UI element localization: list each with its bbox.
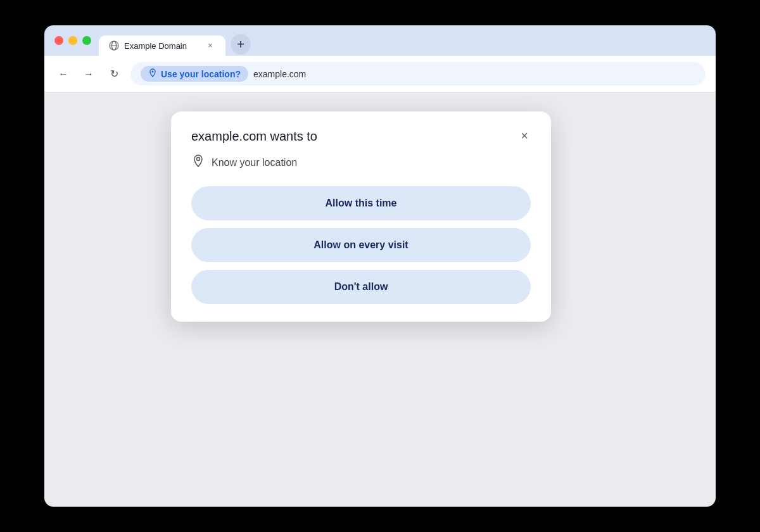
back-button[interactable]: ←: [54, 65, 72, 83]
permission-popup: example.com wants to × Know your locatio…: [171, 111, 551, 322]
deny-button[interactable]: Don't allow: [191, 270, 531, 304]
nav-bar: ← → ↻ Use your location? example.com: [44, 56, 716, 92]
location-pin-icon: [191, 154, 205, 171]
tab-title: Example Domain: [124, 41, 200, 51]
location-question-label: Use your location?: [161, 69, 241, 79]
tab-close-button[interactable]: ×: [205, 41, 215, 51]
popup-subtitle: Know your location: [191, 154, 531, 171]
svg-point-4: [197, 158, 200, 161]
traffic-lights: [54, 36, 91, 54]
browser-tab[interactable]: Example Domain ×: [99, 35, 225, 56]
popup-subtitle-text: Know your location: [212, 157, 297, 168]
location-permission-pill[interactable]: Use your location?: [141, 66, 248, 82]
new-tab-button[interactable]: +: [231, 34, 251, 54]
svg-point-3: [152, 71, 154, 73]
popup-header: example.com wants to ×: [191, 129, 531, 144]
popup-title: example.com wants to: [191, 129, 317, 144]
allow-once-button[interactable]: Allow this time: [191, 186, 531, 220]
minimize-traffic-light[interactable]: [68, 36, 77, 45]
address-bar[interactable]: Use your location? example.com: [130, 62, 706, 86]
refresh-button[interactable]: ↻: [105, 65, 123, 83]
allow-always-button[interactable]: Allow on every visit: [191, 228, 531, 262]
close-traffic-light[interactable]: [54, 36, 63, 45]
tab-favicon-icon: [109, 41, 119, 51]
tab-area: Example Domain × +: [99, 34, 706, 56]
title-bar: Example Domain × +: [44, 25, 716, 56]
page-content: example.com wants to × Know your locatio…: [44, 92, 716, 507]
maximize-traffic-light[interactable]: [82, 36, 91, 45]
domain-label: example.com: [253, 69, 306, 79]
popup-close-button[interactable]: ×: [518, 129, 531, 142]
browser-window: Example Domain × + ← → ↻ Use your locati…: [44, 25, 716, 507]
location-icon: [148, 68, 157, 79]
forward-button[interactable]: →: [80, 65, 98, 83]
